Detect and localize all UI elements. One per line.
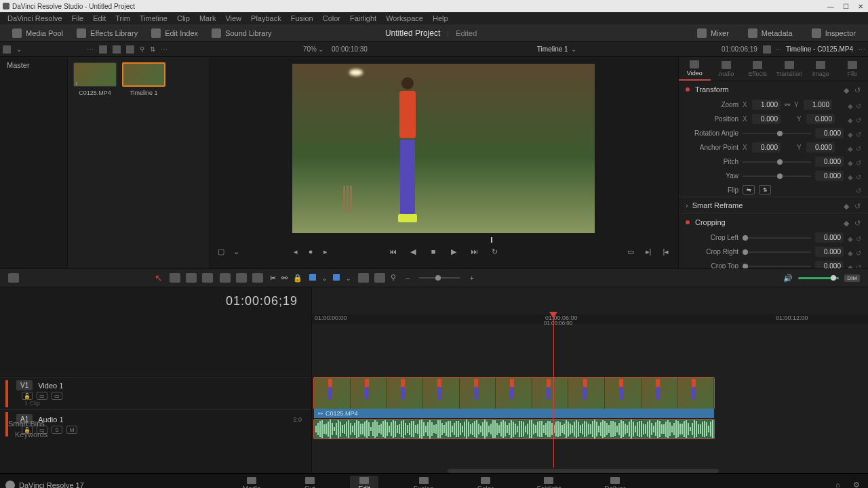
out-point-icon[interactable]: |◂ [660,246,671,257]
sort-icon[interactable]: ⇅ [150,45,155,53]
reset-icon[interactable]: ↺ [856,117,861,122]
master-bin[interactable]: Master [0,57,67,73]
crop-right-slider[interactable] [743,251,811,253]
close-button[interactable]: ✕ [856,3,865,10]
list-icon[interactable] [99,45,107,54]
pitch-slider[interactable] [743,161,811,163]
flip-h-button[interactable]: ⇋ [743,185,755,195]
page-edit[interactable]: Edit [350,476,378,488]
zoom-chevron-icon[interactable]: ⌄ [318,45,323,53]
stop-button[interactable]: ■ [428,246,439,257]
maximize-button[interactable]: ☐ [841,3,850,10]
crop-right-input[interactable]: 0.000 [815,247,844,257]
menu-timeline[interactable]: Timeline [135,14,172,22]
match-frame-icon[interactable]: ▭ [625,246,636,257]
reset-icon[interactable]: ↺ [854,202,861,209]
settings-icon[interactable]: ⚙ [853,481,863,489]
page-fusion[interactable]: Fusion [406,476,442,488]
reset-icon[interactable]: ↺ [856,264,861,269]
home-icon[interactable]: ⌂ [835,481,845,489]
crop-top-input[interactable]: 0.000 [815,261,844,268]
kf-icon[interactable]: ◆ [844,202,850,209]
smart-reframe-header[interactable]: › Smart Reframe ◆↺ [679,197,868,214]
reset-icon[interactable]: ↺ [856,249,861,255]
snap-icon[interactable] [358,273,369,283]
video-track-badge[interactable]: V1 [16,380,33,390]
in-point-icon[interactable]: ▸| [643,246,654,257]
kf-icon[interactable]: ◆ [848,174,853,179]
zoom-out-button[interactable]: − [403,274,412,282]
smart-bins-header[interactable]: Smart Bins [4,418,64,429]
viewer-frame[interactable] [292,64,595,233]
pos-y-input[interactable]: 0.000 [806,114,835,124]
page-fairlight[interactable]: Fairlight [529,476,570,488]
link-selection-icon[interactable] [374,273,385,283]
edit-index-toggle[interactable]: Edit Index [144,28,205,38]
tab-video[interactable]: Video [679,57,711,81]
menu-file[interactable]: File [67,14,89,22]
reset-icon[interactable]: ↺ [854,219,861,226]
menu-color[interactable]: Color [318,14,345,22]
minimize-button[interactable]: — [826,3,835,10]
kf-icon[interactable]: ◆ [848,131,853,136]
kf-icon[interactable]: ◆ [848,159,853,165]
kf-icon[interactable]: ◆ [848,145,853,150]
tab-audio[interactable]: Audio [711,57,743,81]
auto-select-icon[interactable]: ▭ [37,392,47,400]
enable-dot-icon[interactable] [686,220,690,224]
clip-thumb[interactable]: ♪ C0125.MP4 [73,62,117,263]
search-icon[interactable]: ⚲ [140,45,144,53]
blade-tool-icon[interactable] [202,273,213,283]
menu-playback[interactable]: Playback [246,14,286,22]
next-edit-icon[interactable]: ▸ [320,246,331,257]
flag-icon[interactable] [309,274,316,281]
zoom-y-input[interactable]: 1.000 [804,100,832,110]
first-frame-button[interactable]: ⏮ [387,246,398,257]
menu-clip[interactable]: Clip [172,14,195,22]
tab-transition[interactable]: Transition [774,57,806,81]
thumb-icon[interactable] [113,45,121,54]
kf-icon[interactable]: ◆ [848,235,853,241]
timeline-name[interactable]: Timeline 1 [537,45,568,53]
razor-icon[interactable]: ✂ [270,274,276,283]
reset-icon[interactable]: ↺ [856,174,861,179]
last-frame-button[interactable]: ⏭ [469,246,479,257]
tab-file[interactable]: File [837,57,869,81]
kf-icon[interactable]: ◆ [848,102,853,108]
prev-edit-icon[interactable]: ◂ [290,246,301,257]
overwrite-icon[interactable] [236,273,247,283]
cropping-header[interactable]: Cropping ◆↺ [679,214,868,230]
menu-workspace[interactable]: Workspace [381,14,428,22]
kf-icon[interactable]: ◆ [848,117,853,122]
timeline-thumb[interactable]: Timeline 1 [122,62,165,263]
timeline-view-options-icon[interactable] [8,273,19,283]
reverse-button[interactable]: ◀ [408,246,418,257]
flip-v-button[interactable]: ⇅ [759,185,771,195]
video-clip[interactable]: ⚯C0125.MP4 [313,377,715,409]
timeline-tracks[interactable]: 01:00:00:00 01:00:06:00 01:00:12:00 01:0… [312,287,868,473]
dim-button[interactable]: DIM [844,274,860,282]
strip-icon[interactable] [126,45,134,54]
bypass-icon[interactable] [763,45,771,54]
viewer-zoom[interactable]: 70% [303,45,317,53]
page-media[interactable]: Media [235,476,269,488]
audio-clip[interactable]: ⚯C0125.MP4 [313,419,715,439]
tab-image[interactable]: Image [805,57,837,81]
bin-view-icon[interactable] [3,45,11,54]
keywords-bin[interactable]: Keywords [4,429,64,440]
kf-icon[interactable]: ◆ [848,249,853,255]
keyframe-icon[interactable]: ◆ [844,86,850,93]
kf-icon[interactable]: ◆ [844,219,850,226]
reset-icon[interactable]: ↺ [856,187,861,192]
timeline-ruler[interactable]: 01:00:00:00 01:00:06:00 01:00:12:00 [312,314,868,324]
menu-view[interactable]: View [220,14,246,22]
metadata-toggle[interactable]: Metadata [741,28,800,38]
reset-icon[interactable]: ↺ [856,145,861,150]
tl-search-icon[interactable]: ⚲ [391,273,396,283]
rotation-slider[interactable] [743,133,811,134]
viewer-opt2-icon[interactable]: ⋯ [775,45,782,53]
anchor-x-input[interactable]: 0.000 [752,142,781,152]
reset-icon[interactable]: ↺ [856,131,861,136]
reset-icon[interactable]: ↺ [856,102,861,108]
trim-tool-icon[interactable] [170,273,180,283]
